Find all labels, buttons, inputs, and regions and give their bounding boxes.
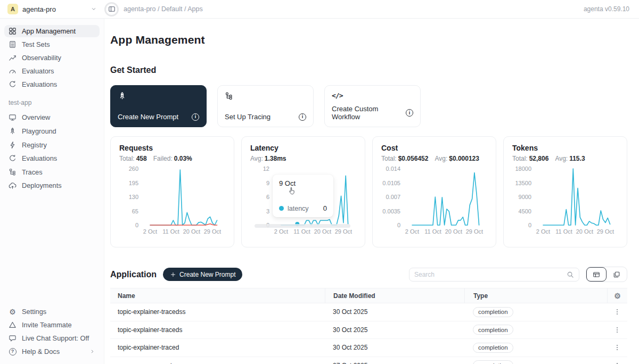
chart-title: Cost <box>381 144 487 152</box>
code-icon: </> <box>332 92 413 100</box>
table-row[interactable]: topic-explainer-traced30 Oct 2025complet… <box>110 339 627 357</box>
sidebar-item-test-sets[interactable]: Test Sets <box>4 38 100 51</box>
info-icon[interactable]: i <box>192 113 199 121</box>
app-date-modified: 30 Oct 2025 <box>325 344 464 351</box>
chevron-right-icon <box>89 349 95 354</box>
get-started-card-create-new-prompt[interactable]: Create New Prompti <box>110 85 207 127</box>
sidebar-item-playground[interactable]: Playground <box>4 125 100 138</box>
y-axis-tick: 0.0105 <box>381 180 400 186</box>
table-settings-gear-icon[interactable]: ⚙ <box>614 292 621 300</box>
chart-stat: Total:$0.056452 <box>381 155 428 162</box>
chart-tooltip: 9 Octlatency0 <box>273 175 333 217</box>
gauge-icon <box>9 67 17 75</box>
y-axis-tick: 6 <box>250 194 269 200</box>
breadcrumb: agenta-pro / Default / Apps <box>124 5 203 13</box>
chevron-down-icon <box>91 6 97 12</box>
column-header-date-modified[interactable]: Date Modified <box>325 288 464 303</box>
get-started-card-set-up-tracing[interactable]: Set Up Tracingi <box>217 85 314 127</box>
chart-stat: Avg:115.3 <box>555 155 585 162</box>
chart-plot-area[interactable]: 0.0140.01050.0070.003502 Oct11 Oct20 Oct… <box>381 167 487 237</box>
rocket-icon <box>118 92 199 101</box>
applications-table: Name Date Modified Type ⚙ topic-explaine… <box>110 288 627 364</box>
cloud-icon <box>9 181 17 189</box>
search-icon <box>567 271 574 278</box>
sidebar-item-overview[interactable]: Overview <box>4 111 100 123</box>
sidebar-toggle-button[interactable] <box>104 2 119 16</box>
x-axis-tick: 29 Oct <box>200 228 225 235</box>
chart-plot-area[interactable]: 18000135009000450002 Oct11 Oct20 Oct29 O… <box>512 167 618 237</box>
app-date-modified: 30 Oct 2025 <box>325 308 464 316</box>
x-axis-tick: 29 Oct <box>331 228 356 235</box>
sidebar-item-traces[interactable]: Traces <box>4 166 100 178</box>
column-header-type[interactable]: Type <box>464 288 607 303</box>
chart-title: Tokens <box>512 144 618 152</box>
chart-card-latency: LatencyAvg:1.38ms1296302 Oct11 Oct20 Oct… <box>241 136 365 247</box>
search-box <box>409 268 579 282</box>
sidebar-item-registry[interactable]: Registry <box>4 139 100 151</box>
chart-plot-area[interactable]: 2601951306502 Oct11 Oct20 Oct29 Oct <box>119 167 225 237</box>
sidebar-item-observability[interactable]: Observability <box>4 52 100 64</box>
create-new-prompt-label: Create New Prompt <box>179 271 235 278</box>
sidebar-item-label: Live Chat Support: Off <box>22 334 89 342</box>
table-row[interactable]: topic-explainer-traceds30 Oct 2025comple… <box>110 321 627 340</box>
type-badge: completion <box>473 360 513 364</box>
app-name: career-assessment <box>110 362 325 364</box>
search-input[interactable] <box>414 271 567 278</box>
sidebar-item-label: Traces <box>22 168 43 176</box>
workspace-name: agenta-pro <box>22 5 56 13</box>
sidebar-item-evaluations[interactable]: Evaluations <box>4 152 100 164</box>
y-axis-tick: 130 <box>119 194 138 200</box>
sidebar-item-label: Test Sets <box>22 40 50 48</box>
column-header-name[interactable]: Name <box>110 288 325 303</box>
sidebar-item-invite-teammate[interactable]: Invite Teammate <box>4 319 100 331</box>
grid-icon <box>9 27 17 35</box>
workspace-selector[interactable]: A agenta-pro <box>0 4 104 14</box>
app-section-label: test-app <box>9 99 95 106</box>
table-row[interactable]: topic-explainer-tracedss30 Oct 2025compl… <box>110 303 627 321</box>
tooltip-series-name: latency <box>288 205 309 212</box>
sidebar-item-app-management[interactable]: App Management <box>4 25 100 37</box>
app-date-modified: 27 Oct 2025 <box>325 362 464 364</box>
info-icon[interactable]: i <box>299 113 306 121</box>
sidebar-item-live-chat-support-off[interactable]: Live Chat Support: Off <box>4 332 100 344</box>
row-actions-menu-icon[interactable] <box>613 326 621 334</box>
row-actions-menu-icon[interactable] <box>613 362 621 364</box>
table-row[interactable]: career-assessment27 Oct 2025completion <box>110 357 627 364</box>
y-axis-tick: 9 <box>250 180 269 186</box>
chat-icon <box>9 334 17 342</box>
get-started-card-create-custom-workflow[interactable]: </>Create Custom Workflowi <box>324 85 421 127</box>
create-new-prompt-button[interactable]: Create New Prompt <box>163 268 242 281</box>
card-label: Set Up Tracing <box>225 113 271 121</box>
sidebar-item-deployments[interactable]: Deployments <box>4 179 100 192</box>
card-label: Create Custom Workflow <box>332 105 406 121</box>
tree-icon <box>9 168 17 176</box>
table-header-row: Name Date Modified Type ⚙ <box>110 288 627 303</box>
tooltip-series-row: latency0 <box>279 204 327 212</box>
chart-stat: Total:458 <box>119 155 147 162</box>
y-axis-tick: 0 <box>381 222 400 228</box>
application-heading: Application <box>110 270 157 279</box>
chart-title: Latency <box>250 144 356 152</box>
list-icon <box>9 40 17 48</box>
sidebar-item-settings[interactable]: ⚙Settings <box>4 305 100 318</box>
sidebar-item-help-docs[interactable]: ?Help & Docs <box>4 345 100 358</box>
sidebar-item-label: Settings <box>22 308 46 316</box>
refresh-icon <box>9 154 17 162</box>
page-title: App Management <box>110 34 627 46</box>
y-axis-tick: 0 <box>512 222 531 228</box>
chart-title: Requests <box>119 144 225 152</box>
cards-view-button[interactable] <box>607 267 627 282</box>
info-icon[interactable]: i <box>406 109 413 117</box>
bolt-icon <box>9 141 17 149</box>
y-axis-tick: 12 <box>250 166 269 172</box>
y-axis-tick: 195 <box>119 180 138 186</box>
y-axis-tick: 3 <box>250 208 269 214</box>
row-actions-menu-icon[interactable] <box>613 344 621 351</box>
app-name: topic-explainer-traced <box>110 344 325 351</box>
plus-icon <box>170 271 176 278</box>
table-view-button[interactable] <box>586 267 607 282</box>
sidebar-item-evaluators[interactable]: Evaluators <box>4 65 100 77</box>
sidebar-item-evaluations[interactable]: Evaluations <box>4 78 100 90</box>
sidebar-item-label: Evaluators <box>22 67 54 75</box>
row-actions-menu-icon[interactable] <box>613 308 621 316</box>
